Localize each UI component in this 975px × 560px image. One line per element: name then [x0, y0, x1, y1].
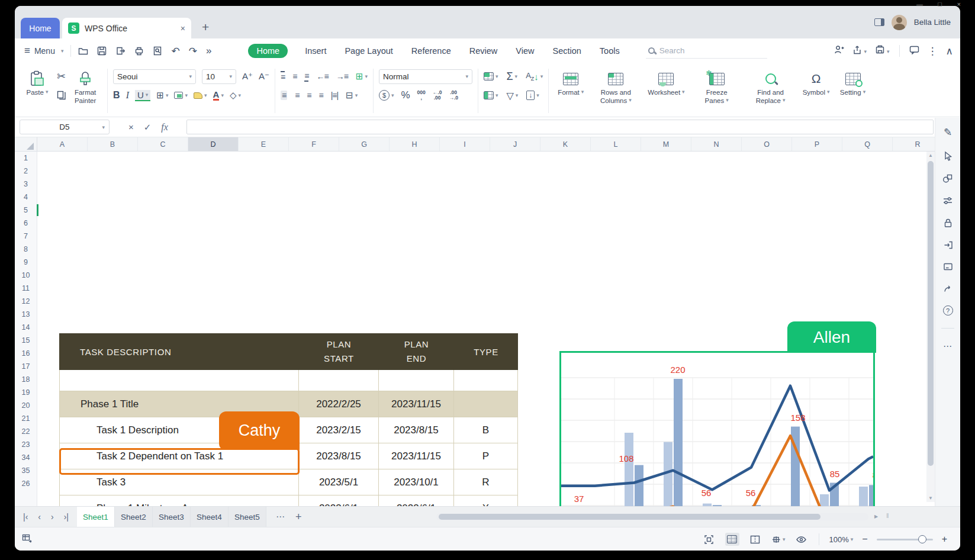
row-header-34[interactable]: 34	[15, 451, 37, 464]
name-box[interactable]: D5 ▾	[20, 120, 110, 134]
sheet-list-icon[interactable]: ⋯	[276, 511, 285, 522]
align-bottom-button[interactable]: ≡	[304, 71, 308, 82]
column-header-F[interactable]: F	[289, 137, 339, 152]
task-cell-desc[interactable]: Phase 1 Milestone A	[59, 495, 299, 506]
menubar-tab-review[interactable]: Review	[468, 44, 499, 58]
task-cell-type[interactable]: R	[454, 469, 518, 495]
format-painter-button[interactable]: FarmatPainter	[69, 66, 102, 115]
more-options-kebab-icon[interactable]: ⋮	[928, 45, 938, 57]
search-input[interactable]	[659, 46, 748, 55]
task-cell-start[interactable]: 2023/8/15	[299, 443, 379, 469]
row-header-8[interactable]: 8	[15, 243, 37, 256]
sidebar-toggle-icon[interactable]	[874, 18, 884, 26]
row-header-14[interactable]: 14	[15, 321, 37, 334]
custom-view-icon[interactable]	[771, 533, 786, 546]
add-collaborator-icon[interactable]	[834, 45, 844, 57]
find-and-replace-button[interactable]: Find and Replace	[745, 66, 796, 115]
row-header-12[interactable]: 12	[15, 295, 37, 308]
task-table-row[interactable]: Phase 1 Milestone A2023/6/12023/6/1X	[59, 495, 518, 506]
task-cell-end[interactable]: 2023/10/1	[379, 469, 454, 495]
collapse-ribbon-icon[interactable]: ∧	[946, 45, 953, 57]
fill-down-button[interactable]: ↓	[526, 91, 539, 100]
comment-card-icon[interactable]	[943, 262, 953, 271]
task-cell-end[interactable]: 2023/6/1	[379, 495, 454, 506]
align-middle-button[interactable]: ≡	[292, 72, 297, 81]
row-header-9[interactable]: 9	[15, 256, 37, 269]
task-cell-start[interactable]	[299, 370, 379, 391]
row-header-5[interactable]: 5	[15, 204, 37, 217]
copy-icon[interactable]	[57, 91, 66, 100]
align-right-button[interactable]: ≡	[307, 91, 311, 100]
filter-button[interactable]: ▽	[506, 90, 518, 101]
open-file-icon[interactable]	[78, 46, 88, 56]
new-document-tab-button[interactable]: +	[202, 20, 209, 34]
task-cell-type[interactable]	[454, 391, 518, 417]
insert-function-icon[interactable]: fx	[161, 122, 168, 133]
menu-button[interactable]: ≡ Menu	[24, 45, 63, 57]
column-header-C[interactable]: C	[138, 137, 188, 152]
print-preview-icon[interactable]	[153, 46, 162, 56]
merge-cells-button[interactable]: ⊞	[356, 71, 368, 82]
paste-button[interactable]: Paste	[21, 66, 54, 115]
user-avatar[interactable]	[892, 15, 907, 30]
formula-input[interactable]	[186, 120, 934, 134]
currency-format-button[interactable]: $	[379, 90, 394, 101]
column-header-O[interactable]: O	[742, 137, 792, 152]
justify-button[interactable]: ≡	[318, 91, 323, 100]
task-table-row[interactable]	[59, 370, 518, 391]
task-cell-type[interactable]: B	[454, 417, 518, 443]
scroll-down-icon[interactable]: ▼	[926, 495, 935, 501]
font-color-button[interactable]: A	[213, 90, 224, 101]
sheet-tab-sheet3[interactable]: Sheet3	[153, 507, 191, 527]
task-cell-type[interactable]: P	[454, 443, 518, 469]
window-minimize-button[interactable]: —	[916, 1, 923, 8]
row-header-35[interactable]: 35	[15, 464, 37, 477]
row-header-3[interactable]: 3	[15, 178, 37, 191]
increase-indent-button[interactable]: →≡	[336, 72, 348, 81]
zoom-in-button[interactable]: +	[942, 534, 947, 545]
align-left-button[interactable]: ≡	[281, 91, 287, 100]
menubar-tab-section[interactable]: Section	[551, 44, 582, 58]
column-header-G[interactable]: G	[339, 137, 390, 152]
prev-sheet-icon[interactable]: ‹	[38, 512, 41, 522]
menubar-tab-reference[interactable]: Reference	[410, 44, 452, 58]
row-header-17[interactable]: 17	[15, 360, 37, 373]
column-header-L[interactable]: L	[591, 137, 641, 152]
cursor-select-icon[interactable]	[943, 151, 953, 161]
menubar-tab-insert[interactable]: Insert	[304, 44, 327, 58]
first-sheet-icon[interactable]: |‹	[23, 512, 28, 522]
search-box[interactable]	[646, 43, 767, 59]
italic-button[interactable]: I	[126, 90, 129, 101]
column-header-M[interactable]: M	[641, 137, 691, 152]
task-cell-end[interactable]: 2023/11/15	[379, 391, 454, 417]
lock-protect-icon[interactable]	[943, 218, 953, 228]
print-icon[interactable]	[134, 46, 144, 56]
reading-mode-eye-icon[interactable]	[794, 533, 809, 546]
more-tools-icon[interactable]: ⋯	[943, 341, 953, 352]
column-header-E[interactable]: E	[239, 137, 289, 152]
row-header-16[interactable]: 16	[15, 347, 37, 360]
task-cell-start[interactable]: 2022/2/25	[299, 391, 379, 417]
column-header-R[interactable]: R	[893, 137, 935, 152]
sheet-tab-sheet5[interactable]: Sheet5	[229, 507, 266, 527]
sort-button[interactable]: AZ↓	[526, 71, 543, 82]
chat-icon[interactable]	[909, 45, 919, 57]
shapes-icon[interactable]	[942, 173, 953, 184]
conditional-format-button[interactable]	[484, 72, 498, 81]
undo-icon[interactable]: ↶	[171, 45, 179, 57]
row-header-6[interactable]: 6	[15, 217, 37, 230]
decrease-font-icon[interactable]: A⁻	[259, 71, 269, 82]
row-header-26[interactable]: 26	[15, 477, 37, 490]
zoom-out-button[interactable]: −	[862, 534, 867, 545]
row-header-23[interactable]: 23	[15, 438, 37, 451]
rows-and-columns-button[interactable]: Rows and Columns	[590, 66, 641, 115]
zoom-level[interactable]: 100%	[829, 535, 854, 544]
vertical-scrollbar-thumb[interactable]	[928, 161, 934, 466]
save-icon[interactable]	[97, 46, 107, 56]
column-header-H[interactable]: H	[390, 137, 440, 152]
wrap-text-button[interactable]: ⊟	[346, 90, 358, 101]
row-header-2[interactable]: 2	[15, 165, 37, 178]
percent-format-button[interactable]: %	[401, 89, 410, 101]
column-header-B[interactable]: B	[88, 137, 138, 152]
menubar-tab-view[interactable]: View	[514, 44, 535, 58]
